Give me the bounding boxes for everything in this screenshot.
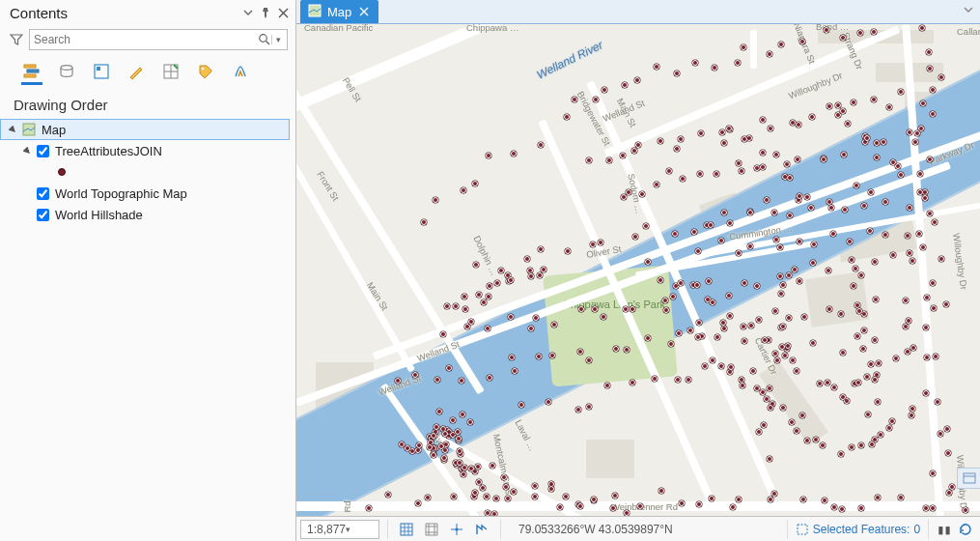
- svg-point-7: [202, 67, 205, 70]
- street-label: Weinbrenner Rd: [611, 501, 678, 512]
- selection-icon: [796, 523, 809, 536]
- close-icon[interactable]: [276, 6, 290, 19]
- toc-layer-topo[interactable]: World Topographic Map: [0, 183, 290, 204]
- map-viewport[interactable]: Welland River Chippawa Lion's Park: [296, 24, 980, 516]
- corrections-icon[interactable]: [471, 520, 492, 539]
- map-tab-icon: [308, 4, 322, 20]
- svg-rect-2: [27, 70, 39, 72]
- scale-selector[interactable]: 1:8,877 ▾: [300, 520, 379, 539]
- refresh-icon[interactable]: [955, 520, 976, 539]
- search-box[interactable]: ▾: [29, 29, 288, 50]
- street-label: Niagara St: [792, 24, 818, 65]
- street-label: Willoughby Dr: [951, 232, 969, 290]
- map-tab[interactable]: Map: [300, 0, 378, 23]
- svg-rect-11: [401, 524, 412, 535]
- tabstrip-overflow-icon[interactable]: [963, 4, 974, 18]
- constraints-icon[interactable]: [446, 520, 467, 539]
- toc-map-node[interactable]: Map: [0, 119, 290, 140]
- search-dropdown-icon[interactable]: ▾: [271, 35, 283, 44]
- layer-visibility-checkbox[interactable]: [37, 209, 49, 221]
- street-label: Montcalm Cres: [491, 433, 515, 496]
- pin-icon[interactable]: [259, 6, 272, 19]
- toc-layer-label: TreeAttributesJOIN: [53, 144, 162, 158]
- chevron-down-icon[interactable]: ▾: [346, 525, 375, 534]
- river-label: Welland River: [535, 38, 605, 81]
- selected-features-label: Selected Features:: [813, 523, 910, 536]
- svg-rect-10: [964, 473, 975, 483]
- snap-grid-icon[interactable]: [396, 520, 417, 539]
- chevron-down-icon[interactable]: [241, 6, 255, 19]
- list-by-data-source-button[interactable]: [56, 60, 77, 85]
- layer-visibility-checkbox[interactable]: [37, 145, 49, 157]
- svg-point-12: [456, 527, 459, 530]
- street-label: Callan …: [957, 26, 980, 37]
- map-side: Map Welland River: [296, 0, 980, 541]
- list-by-editing-button[interactable]: [126, 60, 147, 85]
- list-by-selection-button[interactable]: [91, 60, 112, 85]
- street-label: Bond …: [816, 24, 849, 32]
- toc-layer-label: World Topographic Map: [53, 186, 187, 201]
- toc-layer-tree-attributes[interactable]: TreeAttributesJOIN: [0, 140, 290, 161]
- toc-layer-symbol-row: [0, 161, 290, 183]
- map-tabstrip: Map: [296, 0, 980, 24]
- pause-draw-icon[interactable]: ▮▮: [937, 522, 951, 537]
- map-tab-label: Map: [327, 5, 351, 19]
- svg-rect-3: [24, 74, 36, 77]
- toc-layer-hillshade[interactable]: World Hillshade: [0, 204, 290, 225]
- statusbar: 1:8,877 ▾ 79.0533266°W 43.0539897°N Sele…: [296, 516, 980, 541]
- expander-icon[interactable]: [7, 124, 18, 135]
- expander-icon[interactable]: [21, 145, 33, 157]
- search-row: ▾: [0, 25, 295, 56]
- toc-tree: Map TreeAttributesJOIN World Topographic…: [0, 119, 295, 225]
- contents-toolbar: [0, 56, 295, 85]
- svg-point-4: [61, 65, 72, 70]
- street-label: Front St: [315, 169, 341, 202]
- contents-header: Contents: [0, 0, 295, 25]
- tab-close-icon[interactable]: [357, 5, 371, 18]
- point-symbol-icon: [58, 168, 66, 176]
- toc-map-label: Map: [40, 123, 66, 137]
- search-icon[interactable]: [258, 33, 271, 46]
- toc-layer-label: World Hillshade: [53, 208, 143, 222]
- selected-features-count: 0: [913, 523, 920, 536]
- street-label: Dolphin …: [472, 234, 500, 277]
- catalog-side-tab[interactable]: [957, 468, 980, 489]
- map-icon: [22, 123, 36, 136]
- coordinates-readout: 79.0533266°W 43.0539897°N: [509, 523, 779, 536]
- svg-rect-13: [798, 525, 807, 534]
- drawing-order-heading: Drawing Order: [0, 85, 295, 119]
- list-by-drawing-order-button[interactable]: [21, 60, 42, 85]
- list-by-snapping-button[interactable]: [160, 60, 182, 85]
- search-input[interactable]: [34, 33, 258, 46]
- street-label: … Rd: [342, 500, 352, 516]
- list-by-labeling-button[interactable]: [195, 60, 216, 85]
- list-by-perceptual-button[interactable]: [230, 60, 251, 85]
- svg-point-0: [260, 35, 267, 43]
- filter-funnel-icon[interactable]: [10, 33, 23, 46]
- contents-title: Contents: [10, 5, 238, 21]
- contents-panel: Contents ▾: [0, 0, 296, 541]
- basemap: Welland River Chippawa Lion's Park: [296, 24, 980, 516]
- snapping-icon[interactable]: [421, 520, 442, 539]
- street-label: Canadian Pacific: [304, 24, 373, 33]
- selected-features-readout[interactable]: Selected Features: 0: [796, 523, 920, 536]
- layer-visibility-checkbox[interactable]: [37, 187, 49, 200]
- street-label: Chippawa …: [466, 24, 518, 33]
- svg-rect-1: [24, 65, 36, 68]
- street-label: Laval …: [513, 418, 538, 453]
- scale-value: 1:8,877: [307, 523, 346, 536]
